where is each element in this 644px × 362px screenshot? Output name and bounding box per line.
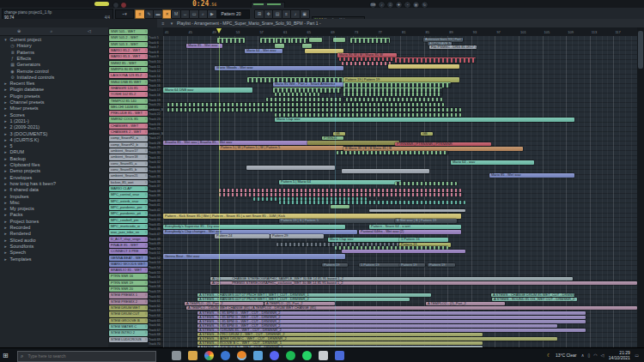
vertical-scrollbar[interactable] xyxy=(637,27,644,347)
playlist-clip[interactable] xyxy=(219,189,461,192)
playlist-menu-icon[interactable]: ≡ xyxy=(160,21,167,27)
clip-source-chip[interactable]: MARIO 85.2 - WET≡ xyxy=(109,48,148,53)
playlist-clip[interactable]: A STEMS - CHANGES 007 07 PNCH WET I_WET … xyxy=(197,293,431,297)
playlist-clip[interactable] xyxy=(337,151,448,154)
playlist-clip[interactable] xyxy=(309,38,322,42)
browser-item-plugin-presets[interactable]: ▸ Plugin presets xyxy=(0,94,111,100)
chip-menu-icon[interactable]: ≡ xyxy=(145,243,147,248)
browser-item-recorded[interactable]: ▸ Recorded xyxy=(0,225,111,231)
playlist-clip[interactable] xyxy=(275,113,461,117)
clip-source-chip[interactable]: STEM LUDICROUS≡ xyxy=(109,337,148,342)
chip-menu-icon[interactable]: ≡ xyxy=(145,311,147,317)
playlist-clip[interactable] xyxy=(246,166,335,170)
chip-menu-icon[interactable]: ≡ xyxy=(145,117,147,122)
clip-source-chip[interactable]: PTRN SNR 20≡ xyxy=(109,287,148,292)
browser-item-drum[interactable]: ▸ DRUM xyxy=(0,149,111,155)
playlist-clip[interactable] xyxy=(276,38,291,43)
search-input[interactable] xyxy=(26,353,141,359)
chip-menu-icon[interactable]: ≡ xyxy=(145,205,147,210)
chip-menu-icon[interactable]: ≡ xyxy=(145,230,147,235)
browser-item-5[interactable]: ▸ 5 xyxy=(0,143,111,149)
clip-source-chip[interactable]: ambient_Snare21≡ xyxy=(109,173,148,178)
chip-menu-icon[interactable]: ≡ xyxy=(145,324,147,329)
browser-item-3-documents-[interactable]: ▸ 3 (DOCUMENTS) xyxy=(0,131,111,137)
chip-menu-icon[interactable]: ≡ xyxy=(145,130,147,135)
chip-menu-icon[interactable]: ≡ xyxy=(145,35,147,40)
chip-menu-icon[interactable]: ≡ xyxy=(145,54,147,59)
browser-item-4-curtis-k-[interactable]: ▸ 4 (CURTIS K) xyxy=(0,137,111,143)
chip-menu-icon[interactable]: ≡ xyxy=(145,167,147,172)
chip-menu-icon[interactable]: ≡ xyxy=(145,299,147,305)
browser-item-my-projects[interactable]: ▸ My projects xyxy=(0,206,111,212)
playlist-grid[interactable]: Autosave bars 93 | Part 1AUTOSAVE-NEWFil… xyxy=(163,36,637,347)
chip-menu-icon[interactable]: ≡ xyxy=(145,293,147,298)
chip-menu-icon[interactable]: ≡ xyxy=(145,256,147,261)
chip-menu-icon[interactable]: ≡ xyxy=(145,305,147,311)
playlist-clip[interactable]: A STEMS - INTRO DRUM 2 - WET - CUT - DRM… xyxy=(197,333,483,336)
chip-menu-icon[interactable]: ≡ xyxy=(145,161,147,166)
clip-source-chip[interactable]: MPC_cowbell_pm≡ xyxy=(109,218,148,223)
browser-item-mixer-presets[interactable]: ▸ Mixer presets xyxy=(0,106,111,112)
browser-item-history[interactable]: ◷ History xyxy=(0,43,118,49)
clip-source-chip[interactable]: SNR 505 - WET≡ xyxy=(109,29,148,34)
clip-source-chip[interactable]: MPC_pandemic_per≡ xyxy=(109,205,148,210)
clip-source-chip[interactable]: MELCHI 140M 85≡ xyxy=(109,105,148,110)
browser-search-icon[interactable]: ⌕ xyxy=(48,28,55,34)
notification-icon[interactable]: ▭ xyxy=(635,353,639,358)
clip-source-chip[interactable]: comp_SnareF2_a≡ xyxy=(109,136,148,141)
chip-menu-icon[interactable]: ≡ xyxy=(145,268,147,273)
clip-source-chip[interactable]: PRELUDE 85 - WET≡ xyxy=(109,111,148,116)
playlist-clip[interactable]: A STEMS - 90 85 BPM G - WET - CUT - DRMS… xyxy=(197,324,557,328)
chip-menu-icon[interactable]: ≡ xyxy=(145,192,147,197)
clip-source-chip[interactable]: SMRPG 80 85 WET≡ xyxy=(109,67,148,72)
browser-item-how-long-has-it-been-[interactable]: ▸ how long has it been? xyxy=(0,181,111,187)
browser-item-1-2021-[interactable]: ▸ 1 (2021-) xyxy=(0,118,111,124)
chip-menu-icon[interactable]: ≡ xyxy=(145,287,147,292)
clip-source-chip[interactable]: PTRN SNR 16≡ xyxy=(109,274,148,279)
playlist-clip[interactable]: Pattern - Snare 64 - a wet xyxy=(369,225,461,229)
playlist-clip[interactable]: Mario Clap wav xyxy=(275,118,574,122)
clip-source-chip[interactable]: LAGOONA 123 85.2≡ xyxy=(109,73,148,78)
playlist-clip[interactable] xyxy=(343,103,444,106)
playlist-clip[interactable] xyxy=(343,93,442,96)
chip-menu-icon[interactable]: ≡ xyxy=(145,142,147,148)
chip-menu-icon[interactable]: ≡ xyxy=(145,73,147,78)
playlist-clip[interactable]: Mario 64 DNB wav xyxy=(163,87,252,93)
taskbar-search[interactable]: ⌕ xyxy=(17,351,156,362)
clip-source-chip[interactable]: MARIO CLAP≡ xyxy=(109,186,148,191)
playlist-clip[interactable]: A STEMS - 90 85 BPM G - WET - CUT - DRMS… xyxy=(197,316,586,319)
browser-item-effects[interactable]: ƒ Effects xyxy=(0,56,118,62)
taskbar-clock[interactable]: 21:29 14/10/2021 xyxy=(609,351,630,360)
playhead-marker[interactable] xyxy=(216,28,222,33)
clip-source-chip[interactable]: FINALE 85 - WET≡ xyxy=(109,243,148,248)
browser-item-channel-presets[interactable]: ▸ Channel presets xyxy=(0,100,111,106)
taskbar-icon-task-view[interactable] xyxy=(172,351,181,360)
playlist-clip[interactable]: AI (2)______CHANGE STEREOGRAPHIC SAMPLE_… xyxy=(210,277,573,281)
browser-item-misc[interactable]: ▸ Misc xyxy=(0,200,111,206)
taskbar-icon-discord[interactable] xyxy=(270,351,279,360)
clip-source-chip[interactable]: kicksn_85_wet≡ xyxy=(109,180,148,185)
playlist-clip[interactable]: PTRN16 xyxy=(322,136,343,140)
playlist-clip[interactable]: A STEMS - ROUND 85 OG_WET CUT - DRMSNR_2 xyxy=(492,298,577,301)
chip-menu-icon[interactable]: ≡ xyxy=(145,173,147,178)
play-button[interactable] xyxy=(94,2,109,6)
tray-status-icon[interactable]: ▯ xyxy=(587,353,590,358)
playlist-clip[interactable]: A STEMS - WATER DRUM C - WET - CUT - DRM… xyxy=(197,337,557,341)
playlist-clip[interactable]: Brawlio 85 - Wet wav | Brawlio 85 - Wet … xyxy=(163,141,309,145)
clip-source-chip[interactable]: CONNECT 3 PRE≡ xyxy=(109,249,148,254)
playlist-clip[interactable]: AI (2)______PREMIX STEREOGRAPHIC_exclusi… xyxy=(210,281,637,285)
clip-source-chip[interactable]: STEM WATER C≡ xyxy=(109,324,148,329)
playlist-clip[interactable]: A STEMS - CHANGES 007 07 PNCH WET I_WET … xyxy=(197,298,410,301)
playlist-clip[interactable]: Mario 64 - Wet wav xyxy=(245,49,283,53)
view-icon[interactable]: ▣ xyxy=(300,9,310,19)
taskbar-icon-fl-studio[interactable] xyxy=(237,351,246,360)
playback-tool[interactable]: ▶ xyxy=(207,9,217,19)
chip-menu-icon[interactable]: ≡ xyxy=(145,86,147,91)
chip-menu-icon[interactable]: ≡ xyxy=(145,42,147,47)
browser-item-templates[interactable]: ▸ Templates xyxy=(0,256,111,262)
clip-source-chip[interactable]: MPC_osterb_snar≡ xyxy=(109,199,148,204)
playlist-clip[interactable]: 1 Pattern 19 xyxy=(359,263,401,267)
taskbar-icon-whatsapp[interactable] xyxy=(302,351,312,360)
browser-item-rendered[interactable]: ▸ Rendered xyxy=(0,231,111,237)
playlist-clip[interactable]: Mario 64 - wav xyxy=(451,160,534,165)
